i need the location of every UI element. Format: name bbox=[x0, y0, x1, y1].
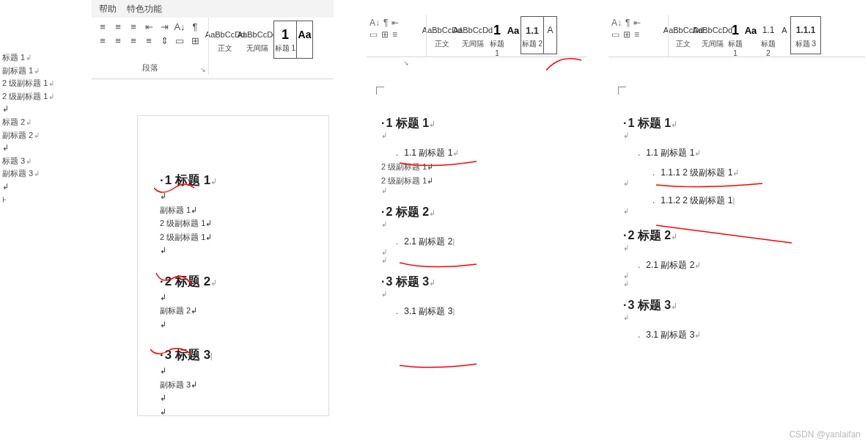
heading-2: 3.1 副标题 3| bbox=[381, 305, 586, 318]
tab-help[interactable]: 帮助 bbox=[99, 3, 117, 15]
navigation-pane[interactable]: 标题 1 副标题 1 2 级副标题 1 2 级副标题 1 ↲ 标题 2 副标题 … bbox=[2, 51, 83, 206]
paragraph-group: A↓¶⇤ ▭⊞≡ bbox=[608, 15, 669, 57]
style-heading1[interactable]: 1 标题 1 bbox=[727, 16, 743, 54]
body-text: 2 级副标题 1↲ bbox=[381, 161, 586, 173]
style-heading2[interactable]: 1.1 标题 2 bbox=[758, 16, 779, 54]
nav-item[interactable]: 标题 3 bbox=[2, 155, 83, 168]
shading-icon[interactable]: ▭ bbox=[611, 29, 619, 40]
heading-1: 2 标题 2↲ bbox=[381, 205, 586, 220]
sort-icon[interactable]: A↓ bbox=[173, 21, 186, 32]
ribbon: A↓¶⇤ ▭⊞≡ ↘ AaBbCcDd 正文 AaBbCcDd 无间隔 1 标题… bbox=[367, 15, 586, 57]
style-nospace[interactable]: AaBbCcDd 无间隔 bbox=[698, 16, 727, 54]
sort-icon[interactable]: A↓ bbox=[369, 18, 380, 28]
style-normal[interactable]: AaBbCcDd 正文 bbox=[669, 16, 698, 54]
indent-icon[interactable]: ⇤ bbox=[391, 18, 399, 28]
style-heading1-aux[interactable]: Aa bbox=[506, 16, 521, 54]
nav-item[interactable]: 标题 1 bbox=[2, 51, 83, 65]
indent-icon[interactable]: ⇤ bbox=[633, 18, 641, 28]
ribbon-tabs: 帮助 特色功能 bbox=[92, 0, 334, 18]
nav-item[interactable]: 副标题 3 bbox=[2, 167, 83, 181]
body-text: 2 级副标题 1↲ bbox=[381, 175, 586, 187]
multilevel-icon[interactable]: ≡ bbox=[127, 21, 140, 32]
paragraph-group: A↓¶⇤ ▭⊞≡ ↘ bbox=[367, 15, 427, 57]
numbering-icon[interactable]: ≡ bbox=[111, 21, 125, 32]
styles-gallery: AaBbCcDd 正文 AaBbCcDd 无间隔 1 标题 1 Aa 1.1 标… bbox=[669, 15, 821, 57]
page-corner-icon bbox=[618, 87, 626, 95]
align-right-icon[interactable]: ≡ bbox=[127, 34, 140, 46]
heading-2: 1.1 副标题 1↲ bbox=[381, 147, 586, 159]
styles-gallery: AaBbCcDd 正文 AaBbCcDd 无间隔 1 标题 1 Aa bbox=[209, 18, 313, 62]
heading-2: 2.1 副标题 2↲ bbox=[623, 259, 828, 272]
align-icon[interactable]: ≡ bbox=[634, 29, 639, 40]
dialog-launcher-icon[interactable]: ↘ bbox=[200, 66, 206, 73]
indent-left-icon[interactable]: ⇤ bbox=[142, 21, 155, 32]
style-heading3[interactable]: 1.1.1 标题 3 bbox=[790, 16, 821, 54]
style-normal[interactable]: AaBbCcDd 正文 bbox=[209, 21, 241, 59]
style-heading2-aux[interactable]: A bbox=[544, 16, 557, 54]
line-spacing-icon[interactable]: ⇕ bbox=[158, 34, 171, 46]
paragraph-marks-icon[interactable]: ¶ bbox=[383, 18, 388, 28]
group-label: 段落 bbox=[92, 62, 208, 73]
borders-icon[interactable]: ⊞ bbox=[381, 29, 389, 40]
document-page[interactable]: 1 标题 1↲ ↲ 副标题 1↲ 2 级副标题 1↲ 2 级副标题 1↲ ↲ 2… bbox=[138, 116, 328, 415]
heading-1: 3 标题 3↲ bbox=[623, 298, 828, 313]
style-heading1[interactable]: 1 标题 1 bbox=[273, 21, 297, 59]
body-text: 2 级副标题 1↲ bbox=[160, 231, 314, 244]
nav-item[interactable]: 2 级副标题 1 bbox=[2, 77, 83, 90]
style-nospace[interactable]: AaBbCcDd 无间隔 bbox=[241, 21, 273, 59]
body-text: ↲ bbox=[160, 190, 314, 203]
heading-1: 3 标题 3↲ bbox=[381, 274, 586, 290]
nav-item[interactable]: 副标题 2 bbox=[2, 129, 83, 142]
body-text: 副标题 2↲ bbox=[160, 305, 314, 317]
bullets-icon[interactable]: ≡ bbox=[96, 21, 109, 32]
body-text: ↲ bbox=[160, 365, 314, 377]
ribbon: A↓¶⇤ ▭⊞≡ AaBbCcDd 正文 AaBbCcDd 无间隔 1 标题 1… bbox=[608, 15, 865, 57]
page-corner-icon bbox=[376, 87, 384, 95]
nav-item[interactable]: 副标题 1 bbox=[2, 65, 83, 78]
heading-2: 3.1 副标题 3↲ bbox=[623, 329, 828, 341]
style-heading2-aux[interactable]: A bbox=[779, 16, 790, 54]
borders-icon[interactable]: ⊞ bbox=[188, 34, 202, 46]
document-page[interactable]: 1 标题 1↲ ↲ 1.1 副标题 1↲ 1.1.1 2 级副标题 1↲ ↲ 1… bbox=[623, 103, 828, 341]
style-heading1[interactable]: 1 标题 1 bbox=[488, 16, 506, 54]
panel-1: 标题 1 副标题 1 2 级副标题 1 2 级副标题 1 ↲ 标题 2 副标题 … bbox=[0, 0, 334, 418]
heading-3: 1.1.1 2 级副标题 1↲ bbox=[623, 167, 828, 179]
paragraph-group: ≡ ≡ ≡ ⇤ ⇥ A↓ ¶ ≡ ≡ ≡ ≡ ⇕ ▭ ⊞ 段落 bbox=[92, 18, 209, 75]
shading-icon[interactable]: ▭ bbox=[173, 34, 186, 46]
paragraph-marks-icon[interactable]: ¶ bbox=[625, 18, 630, 28]
body-text: ↲ bbox=[160, 392, 314, 404]
sort-icon[interactable]: A↓ bbox=[611, 18, 622, 28]
dialog-launcher-icon[interactable]: ↘ bbox=[403, 59, 409, 67]
style-heading1-aux[interactable]: Aa bbox=[743, 16, 758, 54]
style-heading2[interactable]: 1.1 标题 2 bbox=[521, 16, 544, 54]
nav-item[interactable]: 2 级副标题 1 bbox=[2, 90, 83, 103]
heading-1: 2 标题 2↲ bbox=[160, 273, 314, 290]
align-left-icon[interactable]: ≡ bbox=[96, 34, 109, 46]
document-page[interactable]: 1 标题 1↲ ↲ 1.1 副标题 1↲ 2 级副标题 1↲ 2 级副标题 1↲… bbox=[381, 103, 586, 318]
style-nospace[interactable]: AaBbCcDd 无间隔 bbox=[457, 16, 488, 54]
heading-3: 1.1.2 2 级副标题 1| bbox=[623, 194, 828, 207]
heading-1: 3 标题 3| bbox=[160, 346, 314, 363]
align-icon[interactable]: ≡ bbox=[392, 29, 397, 40]
paragraph-marks-icon[interactable]: ¶ bbox=[188, 21, 202, 32]
tab-special[interactable]: 特色功能 bbox=[127, 3, 162, 15]
align-justify-icon[interactable]: ≡ bbox=[142, 34, 155, 46]
heading-1: 2 标题 2↲ bbox=[623, 228, 828, 244]
body-text: ↲ bbox=[160, 406, 314, 418]
body-text: 副标题 3↲ bbox=[160, 379, 314, 391]
heading-1: 1 标题 1↲ bbox=[160, 172, 314, 189]
body-text: ↲ bbox=[160, 244, 314, 257]
align-center-icon[interactable]: ≡ bbox=[111, 34, 125, 46]
panel-3: A↓¶⇤ ▭⊞≡ AaBbCcDd 正文 AaBbCcDd 无间隔 1 标题 1… bbox=[597, 0, 865, 418]
nav-item[interactable]: 标题 2 bbox=[2, 116, 83, 129]
style-heading1-aux[interactable]: Aa bbox=[297, 21, 313, 59]
borders-icon[interactable]: ⊞ bbox=[623, 29, 630, 40]
shading-icon[interactable]: ▭ bbox=[369, 29, 378, 40]
heading-2: 1.1 副标题 1↲ bbox=[623, 147, 828, 159]
heading-1: 1 标题 1↲ bbox=[381, 116, 586, 131]
panel-2: A↓¶⇤ ▭⊞≡ ↘ AaBbCcDd 正文 AaBbCcDd 无间隔 1 标题… bbox=[348, 0, 590, 418]
heading-1: 1 标题 1↲ bbox=[623, 116, 828, 131]
indent-right-icon[interactable]: ⇥ bbox=[158, 21, 171, 32]
ribbon: 帮助 特色功能 ≡ ≡ ≡ ⇤ ⇥ A↓ ¶ ≡ ≡ ≡ ≡ bbox=[92, 0, 334, 79]
style-normal[interactable]: AaBbCcDd 正文 bbox=[427, 16, 457, 54]
